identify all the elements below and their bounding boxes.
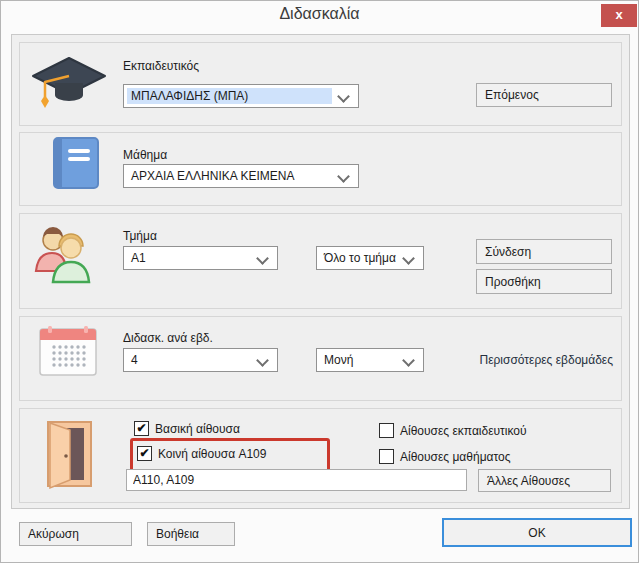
chevron-down-icon <box>337 90 350 103</box>
subject-select[interactable]: ΑΡΧΑΙΑ ΕΛΛΗΝΙΚΑ ΚΕΙΜΕΝΑ <box>123 164 359 188</box>
add-button[interactable]: Προσθήκη <box>476 269 612 294</box>
close-icon: x <box>615 7 622 22</box>
subject-label: Μάθημα <box>123 148 167 162</box>
teaching-dialog: Διδασκαλία x Εκπαιδευτικός ΜΠΑΛΑΦΙΔΗΣ (Μ… <box>0 0 639 563</box>
teacher-select[interactable]: ΜΠΑΛΑΦΙΔΗΣ (ΜΠΑ) <box>123 84 359 108</box>
class-scope-value: Όλο το τμήμα <box>320 250 397 266</box>
chevron-down-icon <box>402 252 415 265</box>
periods-label: Διδασκ. ανά εβδ. <box>123 331 213 345</box>
chevron-down-icon <box>402 354 415 367</box>
chevron-down-icon <box>256 354 269 367</box>
class-scope-select[interactable]: Όλο το τμήμα <box>316 246 424 270</box>
checkbox-checked: ✔ <box>137 446 152 461</box>
class-selected-value: A1 <box>127 250 251 266</box>
subject-rooms-checkbox[interactable]: Αίθουσες μαθήματος <box>379 449 511 464</box>
calendar-icon <box>39 325 97 377</box>
door-icon <box>41 419 93 491</box>
ok-button-label: OK <box>528 526 545 540</box>
cancel-button[interactable]: Ακύρωση <box>19 522 132 546</box>
connect-button-label: Σύνδεση <box>485 245 531 259</box>
shared-room-checkbox[interactable]: ✔ Κοινή αίθουσα A109 <box>137 446 266 461</box>
title-bar: Διδασκαλία x <box>1 1 638 34</box>
chevron-down-icon <box>256 252 269 265</box>
subject-selected-value: ΑΡΧΑΙΑ ΕΛΛΗΝΙΚΑ ΚΕΙΜΕΝΑ <box>127 168 332 184</box>
periods-selected-value: 4 <box>127 352 251 368</box>
class-label: Τμήμα <box>123 229 157 243</box>
teacher-selected-value: ΜΠΑΛΑΦΙΔΗΣ (ΜΠΑ) <box>127 88 332 104</box>
week-parity-value: Μονή <box>320 352 397 368</box>
teacher-rooms-label: Αίθουσες εκπαιδευτικού <box>400 424 527 438</box>
shared-room-label: Κοινή αίθουσα A109 <box>158 447 266 461</box>
periods-select[interactable]: 4 <box>123 348 278 372</box>
teacher-rooms-checkbox[interactable]: Αίθουσες εκπαιδευτικού <box>379 423 527 438</box>
students-icon <box>33 223 95 285</box>
subject-rooms-label: Αίθουσες μαθήματος <box>400 450 511 464</box>
teacher-label: Εκπαιδευτικός <box>123 59 199 73</box>
checkbox-unchecked <box>379 449 394 464</box>
rooms-input[interactable] <box>126 469 467 491</box>
book-icon <box>53 137 99 189</box>
ok-button[interactable]: OK <box>442 518 632 547</box>
connect-button[interactable]: Σύνδεση <box>476 239 612 264</box>
next-button-label: Επόμενος <box>485 88 539 102</box>
main-room-label: Βασική αίθουσα <box>155 422 240 436</box>
more-weeks-link[interactable]: Περισσότερες εβδομάδες <box>421 353 613 367</box>
chevron-down-icon <box>337 170 350 183</box>
class-select[interactable]: A1 <box>123 246 278 270</box>
main-room-checkbox[interactable]: ✔ Βασική αίθουσα <box>134 421 240 436</box>
checkbox-checked: ✔ <box>134 421 149 436</box>
other-rooms-button-label: Άλλες Αίθουσες <box>487 474 570 488</box>
close-button[interactable]: x <box>601 4 637 27</box>
add-button-label: Προσθήκη <box>485 275 541 289</box>
week-parity-select[interactable]: Μονή <box>316 348 424 372</box>
other-rooms-button[interactable]: Άλλες Αίθουσες <box>478 469 611 492</box>
checkbox-unchecked <box>379 423 394 438</box>
graduation-cap-icon <box>31 55 107 115</box>
help-button[interactable]: Βοήθεια <box>147 522 235 546</box>
cancel-button-label: Ακύρωση <box>28 527 79 541</box>
help-button-label: Βοήθεια <box>156 527 199 541</box>
dialog-title: Διδασκαλία <box>1 5 638 23</box>
next-button[interactable]: Επόμενος <box>476 83 612 107</box>
